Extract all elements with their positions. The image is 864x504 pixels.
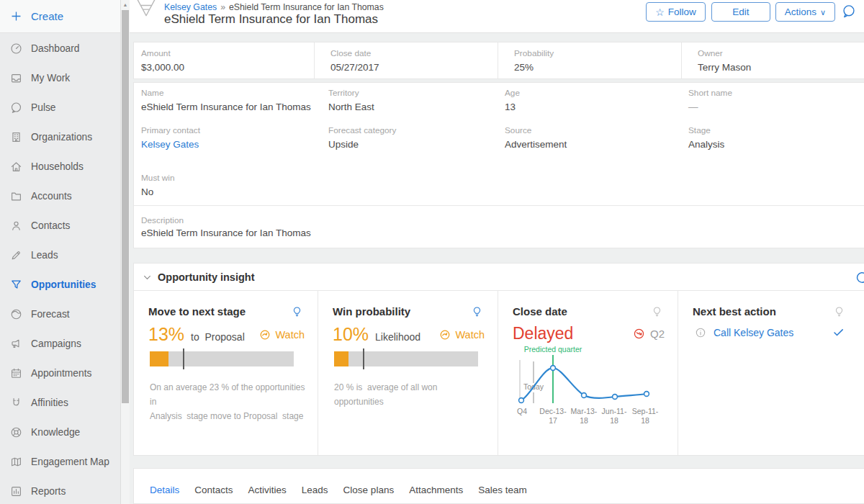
insight-card-move-stage: Move to next stage 13% to Proposal Watch… <box>134 291 318 455</box>
lightbulb-icon[interactable] <box>471 305 483 318</box>
field-name: Name eShield Term Insurance for Ian Thom… <box>141 88 311 112</box>
details-panel: Name eShield Term Insurance for Ian Thom… <box>133 82 864 248</box>
stage-suffix: to Proposal <box>191 331 245 343</box>
reports-icon <box>9 485 23 498</box>
x-tick: Mar-13- <box>571 407 598 415</box>
create-button[interactable]: Create <box>0 0 130 33</box>
lightbulb-icon[interactable] <box>651 305 663 318</box>
x-tick: Dec-13- <box>539 407 567 415</box>
contacts-icon <box>9 219 23 233</box>
stat-row: 10% Likelihood Watch <box>333 324 485 345</box>
stage-caption: On an average 23 % of the opportunities … <box>150 380 307 423</box>
insight-card-win-probability: Win probability 10% Likelihood Watch 20 … <box>318 291 498 455</box>
collapse-chevron-icon[interactable] <box>143 273 152 282</box>
win-progress-fill <box>334 351 348 366</box>
actions-button[interactable]: Actions ∨ <box>775 2 835 22</box>
field-age: Age 13 <box>505 88 520 112</box>
sidebar-item-appointments[interactable]: Appointments <box>0 359 120 388</box>
watch-button[interactable]: Watch <box>438 328 485 341</box>
create-label: Create <box>31 10 63 22</box>
tab-contacts[interactable]: Contacts <box>194 485 233 503</box>
sidebar-item-label: Contacts <box>31 220 70 231</box>
field-primary-contact: Primary contact Kelsey Gates <box>141 125 200 150</box>
sidebar-item-affinities[interactable]: Affinities <box>0 388 120 418</box>
sidebar-item-label: Knowledge <box>31 427 80 438</box>
sidebar-item-accounts[interactable]: Accounts <box>0 181 120 211</box>
lightbulb-icon[interactable] <box>833 305 845 318</box>
sidebar-item-engagement-map[interactable]: Engagement Map <box>0 447 120 477</box>
primary-contact-link[interactable]: Kelsey Gates <box>141 139 200 150</box>
sidebar-item-knowledge[interactable]: Knowledge <box>0 418 120 447</box>
edit-button[interactable]: Edit <box>711 2 770 22</box>
tab-close-plans[interactable]: Close plans <box>343 485 395 503</box>
knowledge-icon <box>9 426 23 439</box>
field-amount: Amount $3,000.00 <box>134 42 314 78</box>
predicted-quarter-label: Predicted quarter <box>524 345 582 354</box>
sidebar-scrollbar[interactable]: ▲ <box>120 0 130 504</box>
sidebar-item-campaigns[interactable]: Campaigns <box>0 329 120 359</box>
households-icon <box>9 160 23 174</box>
sidebar-item-label: My Work <box>31 73 70 84</box>
plus-icon <box>10 10 22 22</box>
sidebar-item-contacts[interactable]: Contacts <box>0 211 120 240</box>
sidebar-item-reports[interactable]: Reports <box>0 477 120 504</box>
scrollbar-thumb[interactable] <box>122 10 129 403</box>
x-tick: 18 <box>610 416 618 425</box>
pulse-icon <box>9 101 23 114</box>
scrollbar-up-icon[interactable]: ▲ <box>121 0 130 9</box>
card-title: Move to next stage <box>148 305 246 318</box>
sidebar-item-organizations[interactable]: Organizations <box>0 122 120 152</box>
opportunity-funnel-icon <box>134 0 158 27</box>
breadcrumb-separator: » <box>220 2 225 12</box>
sidebar-item-dashboard[interactable]: Dashboard <box>0 34 120 63</box>
tab-activities[interactable]: Activities <box>248 485 287 503</box>
sidebar-item-forecast[interactable]: Forecast <box>0 300 120 329</box>
tab-attachments[interactable]: Attachments <box>409 485 463 503</box>
tab-details[interactable]: Details <box>150 485 179 503</box>
opportunities-icon <box>9 278 23 292</box>
chevron-down-icon: ∨ <box>820 8 826 17</box>
record-header: Kelsey Gates»eShield Term Insurance for … <box>130 0 864 33</box>
watch-button[interactable]: Watch <box>258 328 305 341</box>
insight-header: Opportunity insight <box>134 264 864 291</box>
summary-panel: Amount $3,000.00 Close date 05/27/2017 P… <box>133 42 864 79</box>
breadcrumb-link[interactable]: Kelsey Gates <box>164 2 217 12</box>
record-tabs: Details Contacts Activities Leads Close … <box>133 468 864 504</box>
divider <box>134 205 864 206</box>
sidebar-item-my-work[interactable]: My Work <box>0 63 120 93</box>
page-title: eShield Term Insurance for Ian Thomas <box>164 12 378 27</box>
sidebar-item-label: Appointments <box>31 368 91 379</box>
field-close-date: Close date 05/27/2017 <box>314 42 498 78</box>
follow-button[interactable]: ☆ Follow <box>646 2 706 22</box>
sidebar-item-label: Campaigns <box>31 338 81 349</box>
accounts-icon <box>9 189 23 203</box>
field-must-win: Must win No <box>141 173 175 197</box>
win-progress-bar <box>334 351 478 366</box>
refresh-icon[interactable] <box>854 269 864 286</box>
tab-sales-team[interactable]: Sales team <box>478 485 527 503</box>
sidebar-item-label: Households <box>31 161 84 172</box>
sidebar-item-pulse[interactable]: Pulse <box>0 93 120 122</box>
sidebar-item-households[interactable]: Households <box>0 152 120 181</box>
tab-leads[interactable]: Leads <box>302 485 328 503</box>
dashboard-icon <box>9 42 23 55</box>
sidebar-item-leads[interactable]: Leads <box>0 240 120 270</box>
lightbulb-icon[interactable] <box>291 305 303 318</box>
sidebar-item-label: Affinities <box>31 397 68 408</box>
close-date-status: Delayed <box>513 324 573 343</box>
sidebar-item-label: Forecast <box>31 309 70 320</box>
field-value: Terry Mason <box>698 62 864 73</box>
next-action-link[interactable]: Call Kelsey Gates <box>714 327 793 338</box>
field-value: 05/27/2017 <box>330 62 498 73</box>
quarter-label: Q2 <box>650 328 665 340</box>
check-icon[interactable] <box>832 325 845 339</box>
x-tick: Q4 <box>517 407 527 415</box>
win-percent: 10% <box>333 324 369 345</box>
sidebar-item-opportunities[interactable]: Opportunities <box>0 270 120 300</box>
info-icon[interactable] <box>694 326 707 339</box>
field-territory: Territory North East <box>328 88 374 112</box>
sidebar-item-label: Engagement Map <box>31 456 109 467</box>
insight-card-next-best-action: Next best action Call Kelsey Gates <box>678 291 864 455</box>
chat-bubble-icon[interactable] <box>840 3 858 22</box>
stage-percent: 13% <box>148 324 184 345</box>
